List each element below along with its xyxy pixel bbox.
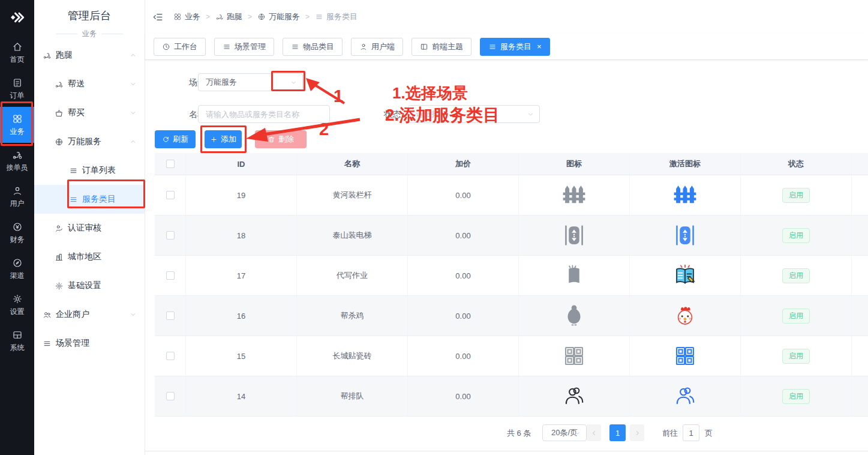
tab-frontend-theme[interactable]: 前端主题 — [412, 38, 471, 56]
header-extra — [852, 153, 868, 175]
page-content: 场景 万能服务 名称 状态 请选择 刷新 添加 删除 — [145, 60, 868, 455]
pagination-total: 共 6 条 — [507, 428, 531, 439]
cell-extra — [852, 256, 868, 295]
rail-item-label: 渠道 — [10, 271, 25, 281]
goto-label: 前往 — [662, 428, 678, 439]
select-all-checkbox[interactable] — [166, 160, 175, 168]
rail-item-business[interactable]: 业务 — [0, 107, 34, 143]
breadcrumb-item-paotui[interactable]: > 跑腿 — [200, 11, 242, 22]
table-row: 18 泰山装电梯 0.00 启用 — [155, 215, 868, 256]
table-row: 17 代写作业 0.00 启用 — [155, 256, 868, 296]
name-input-wrap — [198, 105, 330, 123]
scene-select[interactable]: 万能服务 — [198, 73, 303, 91]
main-area: > 业务 > 跑腿 > 万能服务 > 服务类目 工作台 场景管理 物品类目 用户… — [145, 0, 868, 455]
tab-label: 场景管理 — [235, 41, 266, 52]
sidebar-item-city-region[interactable]: 城市地区 — [34, 243, 145, 271]
cell-name: 长城贴瓷砖 — [297, 336, 408, 376]
rail-item-finance[interactable]: 财务 — [0, 215, 34, 251]
scene-select-value: 万能服务 — [206, 77, 237, 88]
row-checkbox[interactable] — [166, 231, 175, 240]
chevron-icon — [130, 311, 137, 318]
tab-scene-management[interactable]: 场景管理 — [214, 38, 274, 56]
sidebar-collapse-icon[interactable] — [152, 11, 164, 23]
sidebar-item-auth-review[interactable]: 认证审核 — [34, 214, 145, 243]
cell-active-icon-book — [630, 256, 741, 295]
sidebar-item-base-settings[interactable]: 基础设置 — [34, 271, 145, 300]
sidebar-item-bangsong[interactable]: 帮送 — [34, 70, 145, 98]
rail-item-home[interactable]: 首页 — [0, 35, 34, 71]
header-icon: 图标 — [519, 153, 630, 175]
cell-extra — [852, 376, 868, 416]
rail-item-icon — [12, 330, 23, 340]
sidebar-item-bangmai[interactable]: 帮买 — [34, 98, 145, 127]
tab-workbench[interactable]: 工作台 — [154, 38, 206, 56]
tab-icon — [488, 43, 497, 51]
chevron-icon — [130, 138, 137, 145]
rail-item-icon — [12, 77, 23, 88]
cell-icon-book — [519, 256, 630, 295]
row-checkbox[interactable] — [166, 271, 175, 280]
tab-label: 服务类目 — [500, 41, 531, 52]
chevron-icon — [130, 109, 137, 116]
rail-item-system[interactable]: 系统 — [0, 323, 34, 359]
breadcrumb-item-business[interactable]: > 业务 — [173, 11, 200, 22]
row-checkbox[interactable] — [166, 392, 175, 400]
name-filter-input[interactable] — [206, 110, 322, 119]
breadcrumb-label: 服务类目 — [326, 11, 358, 22]
rail-item-settings[interactable]: 设置 — [0, 287, 34, 323]
goto-page-input[interactable]: 1 — [683, 424, 699, 441]
prev-page-button[interactable] — [587, 424, 601, 441]
rail-item-orders[interactable]: 订单 — [0, 71, 34, 107]
status-select[interactable]: 请选择 — [408, 105, 540, 123]
row-checkbox[interactable] — [166, 312, 175, 320]
add-button[interactable]: 添加 — [205, 130, 242, 148]
sidebar-item-universal-service[interactable]: 万能服务 — [34, 127, 145, 156]
app: 首页 订单 业务 接单员 用户 财务 渠道 设置 系统 管理后台 业务 跑腿 帮… — [0, 0, 868, 455]
sidebar-item-order-list[interactable]: 订单列表 — [34, 156, 145, 185]
current-page-button[interactable]: 1 — [609, 424, 626, 441]
breadcrumb-icon — [315, 13, 323, 21]
row-checkbox[interactable] — [166, 352, 175, 360]
sidebar-item-label: 基础设置 — [68, 280, 101, 291]
next-page-button[interactable] — [630, 424, 644, 441]
sidebar-item-icon — [55, 282, 64, 291]
page-size-select[interactable]: 20条/页 — [542, 424, 587, 441]
cell-price: 0.00 — [408, 376, 519, 416]
rail-item-channel[interactable]: 渠道 — [0, 251, 34, 287]
sidebar-item-icon — [55, 109, 64, 118]
delete-button[interactable]: 删除 — [255, 130, 307, 148]
cell-price: 0.00 — [408, 215, 519, 255]
breadcrumb-label: 万能服务 — [269, 11, 300, 22]
rail-item-icon — [12, 185, 23, 196]
row-checkbox[interactable] — [166, 191, 175, 199]
cell-icon-queue — [519, 376, 630, 416]
sidebar-item-label: 跑腿 — [56, 50, 73, 61]
sidebar-item-scene-management[interactable]: 场景管理 — [34, 329, 145, 358]
rail-item-users[interactable]: 用户 — [0, 179, 34, 215]
sidebar-menu: 跑腿 帮送 帮买 万能服务 订单列表 服务类目 认证审核 城市地区 基础设置 企… — [34, 41, 145, 358]
app-logo-icon — [0, 0, 34, 35]
breadcrumb-item-universal-service[interactable]: > 万能服务 — [242, 11, 300, 22]
table-row: 16 帮杀鸡 0.00 启用 — [155, 296, 868, 336]
refresh-icon — [162, 136, 170, 143]
tab-user-client[interactable]: 用户端 — [351, 38, 403, 56]
rail-item-label: 系统 — [10, 343, 25, 353]
status-filter-label: 状态 — [384, 105, 401, 123]
chevron-down-icon — [290, 79, 298, 86]
sidebar-item-paotui[interactable]: 跑腿 — [34, 41, 145, 70]
sidebar-item-service-category[interactable]: 服务类目 — [34, 185, 145, 214]
breadcrumb-item-service-category[interactable]: > 服务类目 — [300, 11, 358, 22]
tab-close-icon[interactable]: × — [537, 42, 542, 51]
header-active-icon: 激活图标 — [630, 153, 741, 175]
cell-id: 18 — [186, 215, 297, 255]
tab-goods-category[interactable]: 物品类目 — [283, 38, 343, 56]
rail-item-courier[interactable]: 接单员 — [0, 143, 34, 179]
cell-active-icon-fence — [630, 175, 741, 215]
sidebar-item-label: 城市地区 — [68, 252, 101, 262]
tab-service-category[interactable]: 服务类目 × — [480, 38, 550, 56]
header-status: 状态 — [741, 153, 852, 175]
sidebar-item-enterprise[interactable]: 企业商户 — [34, 300, 145, 329]
cell-extra — [852, 336, 868, 376]
refresh-button[interactable]: 刷新 — [155, 130, 196, 148]
breadcrumb-label: 跑腿 — [227, 11, 242, 22]
